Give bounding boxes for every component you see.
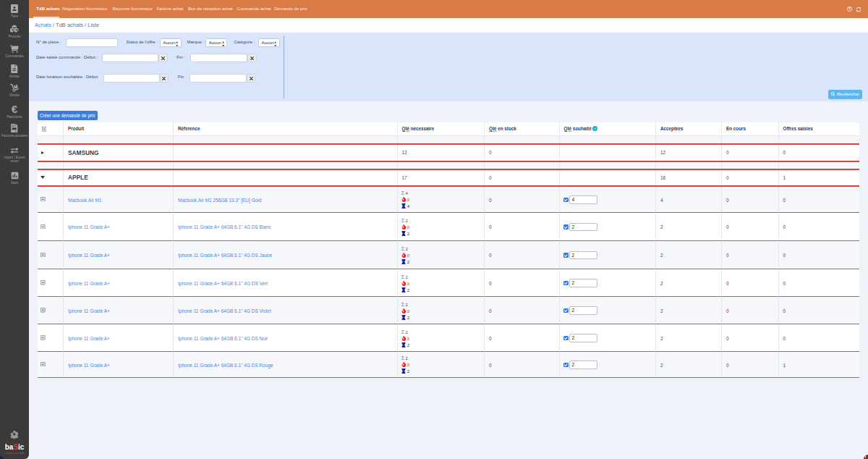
svg-text:?: ? xyxy=(848,7,851,11)
